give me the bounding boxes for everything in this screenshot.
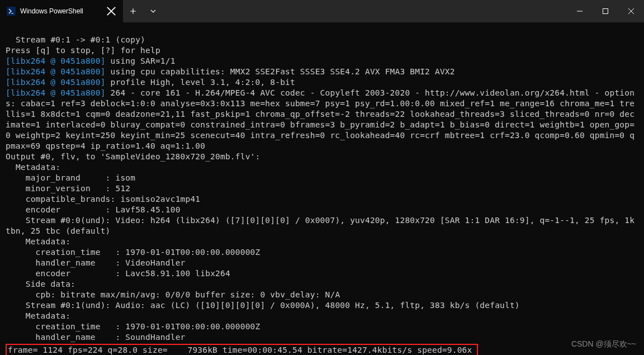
output-line: encoder : Lavf58.45.100 [6,205,181,214]
output-line: encoder : Lavc58.91.100 libx264 [6,269,230,278]
output-line: creation_time : 1970-01-01T00:00:00.0000… [6,322,260,331]
output-line: compatible_brands: isomiso2avc1mp41 [6,195,200,203]
log-tag: [libx264 @ 0451a800] [6,56,106,65]
minimize-button[interactable] [567,0,593,22]
tab-powershell[interactable]: Windows PowerShell [0,0,123,22]
output-line: [libx264 @ 0451a800] 264 - core 161 - H.… [6,88,634,150]
new-tab-button[interactable] [123,0,143,22]
maximize-button[interactable] [593,0,618,22]
tab-dropdown-button[interactable] [143,0,163,22]
output-line: Metadata: [6,237,70,246]
output-line: Metadata: [6,163,60,172]
tab-title: Windows PowerShell [20,7,102,15]
powershell-icon [7,7,16,16]
titlebar: Windows PowerShell [0,0,644,22]
progress-line-highlight: frame= 1124 fps=224 q=28.0 size= 7936kB … [6,344,478,355]
close-button[interactable] [618,0,644,22]
output-line: Side data: [6,280,75,288]
output-line: Stream #0:1 -> #0:1 (copy) [6,35,145,44]
output-line: Press [q] to stop, [?] for help [6,46,160,55]
svg-rect-0 [603,9,608,14]
output-line: Stream #0:0(und): Video: h264 (libx264) … [6,216,640,235]
output-line: [libx264 @ 0451a800] profile High, level… [6,78,295,87]
progress-line: frame= 1124 fps=224 q=28.0 size= 7936kB … [8,345,472,354]
output-line: major_brand : isom [6,173,135,182]
output-line: handler_name : SoundHandler [6,333,186,342]
output-line: [libx264 @ 0451a800] using SAR=1/1 [6,56,176,65]
titlebar-drag-area[interactable] [163,0,567,22]
tab-close-button[interactable] [106,6,116,16]
log-tag: [libx264 @ 0451a800] [6,67,106,76]
output-line: [libx264 @ 0451a800] using cpu capabilit… [6,67,455,76]
output-line: Stream #0:1(und): Audio: aac (LC) ([10][… [6,301,520,310]
output-line: Output #0, flv, to 'SampleVideo_1280x720… [6,152,260,161]
output-line: creation_time : 1970-01-01T00:00:00.0000… [6,248,260,257]
output-line: minor_version : 512 [6,184,130,193]
output-line: handler_name : VideoHandler [6,258,186,267]
log-tag: [libx264 @ 0451a800] [6,88,106,97]
log-tag: [libx264 @ 0451a800] [6,78,106,87]
output-line: Metadata: [6,311,70,320]
terminal-output[interactable]: Stream #0:1 -> #0:1 (copy) Press [q] to … [0,22,644,355]
output-line: cpb: bitrate max/min/avg: 0/0/0 buffer s… [6,290,340,299]
